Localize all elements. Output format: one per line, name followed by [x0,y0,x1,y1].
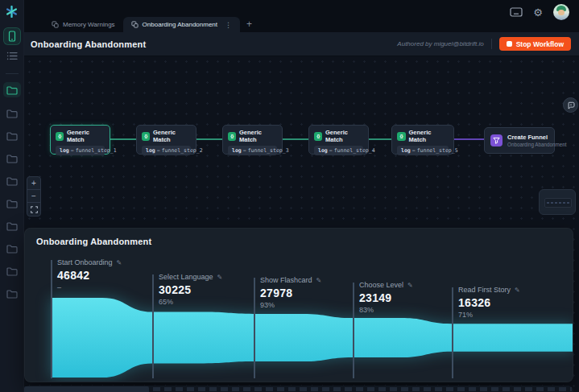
edge-4-5 [369,138,391,140]
fit-view-button[interactable] [27,203,40,216]
step-label: Choose Level [359,281,403,289]
step-value: 23149 [359,291,413,304]
avatar[interactable] [553,4,569,20]
node-generic-match-4[interactable]: {} Generic Match log=funnel_step_4 [308,125,369,155]
funnel-step-divider [254,278,255,378]
node-condition: log=funnel_step_4 [314,146,363,155]
tab-label: Onboarding Abandonment [143,21,217,28]
edge-5-funnel [454,138,484,140]
braces-icon: {} [228,132,236,141]
app-window: Memory Warnings Onboarding Abandonment ⋮… [0,0,579,392]
zoom-out-button[interactable]: − [27,190,40,203]
step-label: Show Flashcard [260,276,312,284]
node-title: Generic Match [153,129,191,143]
next-panel-cells [153,387,572,391]
bitdrift-logo-icon[interactable] [6,6,18,18]
funnel-step-stat: Choose Level✎ 23149 83% [359,281,413,314]
sidebar-folder[interactable] [3,173,21,188]
minimap[interactable] [539,189,576,215]
folder-icon [6,221,18,231]
step-value: 30225 [159,283,222,296]
braces-icon: {} [397,132,406,141]
funnel-step-divider [353,283,354,378]
node-title: Generic Match [239,129,277,143]
node-condition: log=funnel_step_2 [142,146,191,155]
step-label: Start Onboarding [57,258,113,266]
edit-icon[interactable]: ✎ [217,274,223,281]
node-condition: log=funnel_step_1 [56,146,105,155]
folder-icon [6,154,18,163]
step-value: 16326 [458,296,520,309]
sidebar-folder[interactable] [3,105,21,121]
comment-bubble-button[interactable] [563,97,578,113]
sidebar-folder[interactable] [3,151,21,166]
node-generic-match-2[interactable]: {} Generic Match log=funnel_step_2 [136,125,196,155]
node-generic-match-5[interactable]: {} Generic Match log=funnel_step_5 [391,125,454,155]
braces-icon: {} [314,132,322,141]
sidebar-item-list[interactable] [3,47,21,64]
next-panel-peek [24,386,573,392]
funnel-step-divider [51,260,52,378]
funnel-step-divider [152,274,154,378]
funnel-step-stat: Show Flashcard✎ 27978 93% [260,276,321,309]
sidebar-folder[interactable] [3,128,21,143]
sidebar-folder-active[interactable] [3,82,21,97]
sidebar-divider [6,73,19,74]
sidebar-item-device[interactable] [3,27,21,45]
sidebar [0,0,24,392]
phone-icon [8,31,16,42]
sidebar-folder[interactable] [3,196,21,211]
tab-onboarding-abandonment[interactable]: Onboarding Abandonment ⋮ [123,17,240,32]
step-value: 46842 [57,269,122,282]
folder-icon [6,176,18,186]
gear-icon[interactable]: ⚙ [533,7,543,18]
tab-menu-icon[interactable]: ⋮ [225,21,232,29]
sidebar-folder[interactable] [3,286,21,301]
sidebar-folder[interactable] [3,263,21,279]
folder-icon [6,199,18,208]
sidebar-folder[interactable] [3,241,21,256]
node-generic-match-1[interactable]: {} Generic Match log=funnel_step_1 [50,125,110,155]
folder-icon [6,85,18,95]
node-generic-match-3[interactable]: {} Generic Match log=funnel_step_3 [222,125,283,155]
authored-by-text: Authored by miguel@bitdrift.io [397,40,483,47]
edit-icon[interactable]: ✎ [117,259,122,266]
new-tab-button[interactable]: + [246,19,252,30]
braces-icon: {} [142,132,150,141]
folder-icon [6,109,18,118]
funnel-step-stat: Read First Story✎ 16326 71% [458,286,520,319]
node-create-funnel[interactable]: Create Funnel Onboarding Abandonment [484,127,555,154]
edit-icon[interactable]: ✎ [316,277,322,284]
zoom-controls: + − [27,176,41,217]
step-percent: – [57,283,122,291]
zoom-in-button[interactable]: + [27,177,40,190]
step-percent: 65% [159,298,222,306]
workflow-icon [52,21,59,28]
node-title: Generic Match [67,129,105,143]
header-divider [491,39,492,49]
funnel-panel-title: Onboarding Abandonment [36,237,151,246]
funnel-step-divider [452,287,453,378]
keyboard-icon[interactable] [510,7,523,17]
stop-workflow-button[interactable]: Stop Workflow [499,37,571,51]
tab-memory-warnings[interactable]: Memory Warnings [43,17,123,32]
node-condition: log=funnel_step_3 [228,146,277,155]
step-value: 27978 [260,287,321,299]
braces-icon: {} [56,132,64,141]
funnel-results-panel: Onboarding Abandonment Start Onboarding✎… [24,228,573,382]
workflow-header: Onboarding Abandonment Authored by migue… [24,32,579,56]
edit-icon[interactable]: ✎ [515,287,520,294]
edge-2-3 [196,138,222,140]
workflow-icon [131,21,139,28]
funnel-step-stat: Select Language✎ 30225 65% [159,273,222,306]
funnel-step-stat: Start Onboarding✎ 46842 – [57,258,122,291]
edge-1-2 [110,138,136,140]
folder-icon [6,289,18,299]
funnel-icon [490,134,502,146]
page-title: Onboarding Abandonment [31,39,146,49]
node-title: Generic Match [409,129,449,143]
sidebar-folder[interactable] [3,218,21,233]
edit-icon[interactable]: ✎ [407,282,413,289]
tab-bar: Memory Warnings Onboarding Abandonment ⋮… [24,0,579,32]
fit-view-icon [31,206,38,213]
